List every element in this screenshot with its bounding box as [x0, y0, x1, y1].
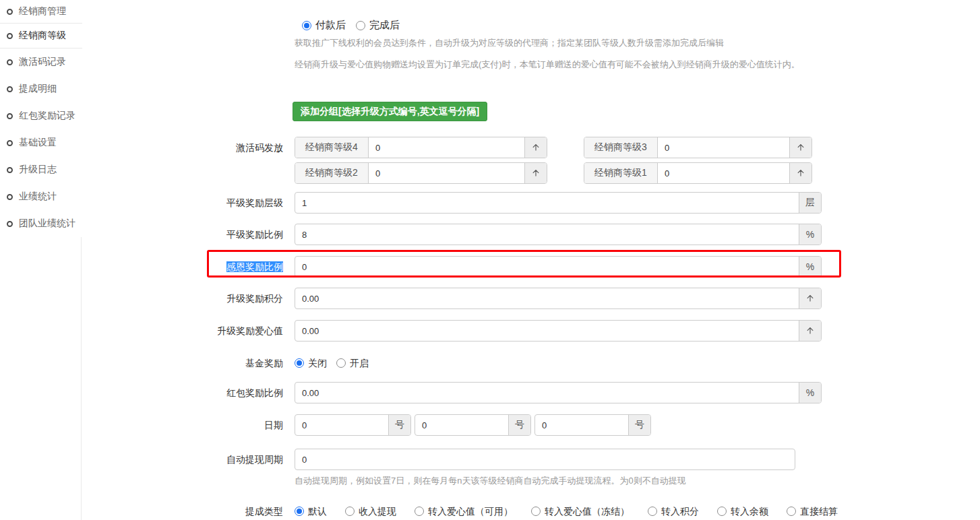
radio-commission-love-available[interactable]: 转入爱心值（可用）	[415, 505, 513, 518]
sidebar-item-team-performance-stats[interactable]: 团队业绩统计	[0, 210, 82, 237]
upgrade-reward-love-group	[295, 320, 822, 342]
radio-fund-on[interactable]: 开启	[336, 356, 369, 370]
suffix-label: %	[799, 383, 821, 403]
circle-icon	[7, 86, 13, 92]
date-group-3: 号	[534, 414, 651, 436]
radio-fund-off[interactable]: 关闭	[295, 356, 327, 370]
date-group-2: 号	[415, 414, 531, 436]
activation-code-group-3: 经销商等级3	[584, 137, 812, 158]
sidebar-item-activation-code-records[interactable]: 激活码记录	[0, 48, 82, 75]
auto-withdraw-cycle-input[interactable]	[295, 449, 795, 469]
sidebar-item-label: 经销商等级	[19, 30, 66, 42]
date-input-3[interactable]	[535, 415, 628, 435]
selected-field-label: 感恩奖励比例	[226, 261, 283, 272]
activation-code-group-2: 经销商等级2	[295, 162, 547, 184]
peer-reward-ratio-row: 平级奖励比例 %	[82, 224, 980, 245]
peer-reward-level-row: 平级奖励层级 层	[82, 192, 980, 214]
upgrade-hint-1: 获取推广下线权利的会员达到条件，自动升级为对应等级的代理商；指定某团队等级人数升…	[295, 37, 980, 49]
radio-icon	[356, 21, 365, 30]
sidebar-item-performance-stats[interactable]: 业绩统计	[0, 183, 82, 210]
sidebar-item-label: 升级日志	[19, 164, 57, 176]
activation-code-row: 激活码发放 经销商等级4 经销商等级3	[82, 137, 980, 184]
sidebar-item-label: 团队业绩统计	[19, 218, 75, 230]
radio-icon	[648, 507, 657, 516]
circle-icon	[7, 33, 13, 39]
circle-icon	[7, 221, 13, 227]
peer-reward-ratio-input[interactable]	[295, 224, 799, 245]
prepend-label: 经销商等级2	[295, 163, 369, 183]
field-label: 升级奖励积分	[82, 288, 295, 309]
radio-commission-income-withdraw[interactable]: 收入提现	[345, 505, 396, 518]
auto-withdraw-cycle-row: 自动提现周期	[82, 449, 980, 470]
sidebar-item-label: 基础设置	[19, 137, 57, 149]
redpacket-reward-ratio-input[interactable]	[295, 383, 799, 403]
radio-commission-default[interactable]: 默认	[295, 505, 327, 518]
activation-code-input-level2[interactable]	[369, 163, 524, 183]
radio-icon	[531, 507, 541, 516]
add-group-button[interactable]: 添加分组[选择升级方式编号,英文逗号分隔]	[293, 102, 487, 121]
upgrade-hint-2: 经销商升级与爱心值购物赠送均设置为订单完成(支付)时，本笔订单赠送的爱心值有可能…	[295, 59, 980, 71]
sidebar-item-redpacket-reward-records[interactable]: 红包奖励记录	[0, 102, 82, 129]
circle-icon	[7, 113, 13, 119]
field-label: 平级奖励层级	[82, 192, 295, 214]
gratitude-reward-ratio-group: %	[295, 256, 822, 278]
arrow-up-icon[interactable]	[799, 321, 821, 341]
field-label: 基金奖励	[82, 356, 295, 370]
radio-label: 直接结算	[800, 505, 838, 518]
redpacket-reward-ratio-group: %	[295, 382, 822, 403]
upgrade-reward-points-input[interactable]	[295, 288, 799, 308]
prepend-label: 经销商等级4	[295, 137, 369, 158]
commission-type-row: 提成类型 默认 收入提现 转入爱心值（可用） 转入爱心值（冻结） 转入积分	[82, 505, 980, 518]
suffix-label: %	[799, 224, 821, 245]
arrow-up-icon[interactable]	[789, 137, 811, 158]
upgrade-reward-points-group	[295, 288, 822, 309]
prepend-label: 经销商等级3	[584, 137, 658, 158]
radio-label: 付款后	[315, 19, 346, 32]
field-label: 平级奖励比例	[82, 224, 295, 245]
sidebar-item-label: 业绩统计	[19, 191, 57, 203]
upgrade-reward-love-input[interactable]	[295, 321, 799, 341]
field-label: 日期	[82, 414, 295, 436]
circle-icon	[7, 59, 13, 65]
radio-icon	[415, 507, 424, 516]
field-label: 自动提现周期	[82, 449, 295, 470]
sidebar-item-dealer-management[interactable]: 经销商管理	[0, 0, 82, 23]
radio-commission-love-frozen[interactable]: 转入爱心值（冻结）	[531, 505, 630, 518]
sidebar-item-dealer-level[interactable]: 经销商等级	[0, 23, 82, 48]
radio-commission-balance[interactable]: 转入余额	[717, 505, 768, 518]
peer-reward-level-input[interactable]	[295, 193, 799, 213]
sidebar-item-label: 激活码记录	[19, 56, 66, 68]
radio-commission-points[interactable]: 转入积分	[648, 505, 699, 518]
activation-code-input-level4[interactable]	[369, 137, 524, 158]
radio-label: 转入余额	[731, 505, 768, 518]
radio-label: 收入提现	[359, 505, 396, 518]
upgrade-reward-love-row: 升级奖励爱心值	[82, 320, 980, 342]
activation-code-input-level1[interactable]	[658, 163, 789, 183]
sidebar-item-upgrade-log[interactable]: 升级日志	[0, 156, 82, 183]
peer-reward-ratio-group: %	[295, 224, 822, 245]
arrow-up-icon[interactable]	[789, 163, 811, 183]
gratitude-reward-ratio-input[interactable]	[295, 257, 799, 277]
arrow-up-icon[interactable]	[799, 288, 821, 308]
radio-after-payment[interactable]: 付款后	[302, 19, 346, 32]
radio-after-complete[interactable]: 完成后	[356, 19, 400, 32]
field-label: 激活码发放	[82, 137, 295, 184]
arrow-up-icon[interactable]	[524, 163, 547, 183]
activation-code-group-1: 经销商等级1	[584, 162, 812, 184]
date-input-1[interactable]	[295, 415, 388, 435]
field-label: 提成类型	[82, 505, 295, 518]
sidebar-item-commission-details[interactable]: 提成明细	[0, 75, 82, 102]
suffix-label: 层	[799, 193, 821, 213]
activation-code-input-level3[interactable]	[658, 137, 789, 158]
commission-type-radio-group: 默认 收入提现 转入爱心值（可用） 转入爱心值（冻结） 转入积分 转入余额	[295, 505, 838, 518]
radio-commission-direct-settle[interactable]: 直接结算	[787, 505, 838, 518]
redpacket-reward-ratio-row: 红包奖励比例 %	[82, 382, 980, 403]
date-input-2[interactable]	[415, 415, 508, 435]
radio-label: 转入爱心值（冻结）	[545, 505, 630, 518]
sidebar-item-basic-settings[interactable]: 基础设置	[0, 129, 82, 156]
circle-icon	[7, 194, 13, 200]
radio-label: 开启	[350, 356, 369, 370]
field-label: 升级奖励爱心值	[82, 320, 295, 342]
upgrade-reward-points-row: 升级奖励积分	[82, 288, 980, 309]
arrow-up-icon[interactable]	[524, 137, 547, 158]
